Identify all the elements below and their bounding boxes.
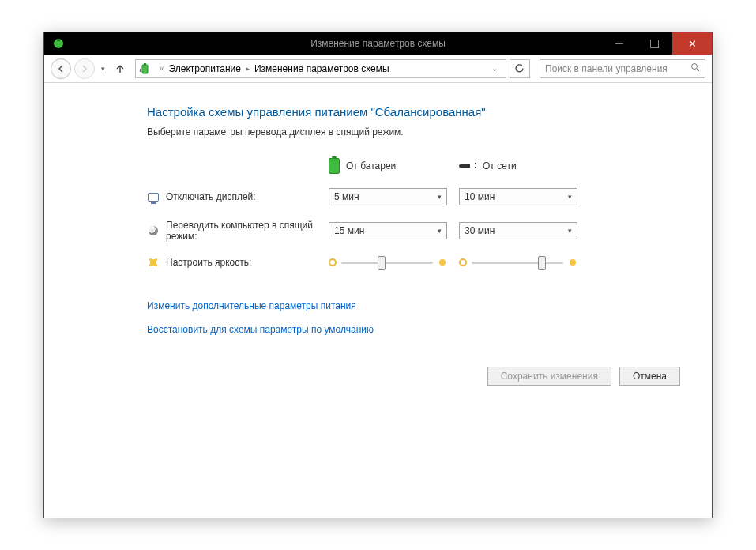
display-off-battery-dropdown[interactable]: 5 мин▾ (329, 188, 447, 205)
display-off-battery-value: 5 мин (334, 191, 359, 202)
address-bar[interactable]: « Электропитание ▸ Изменение параметров … (135, 59, 506, 78)
slider-thumb[interactable] (538, 256, 546, 270)
column-header-plugged: От сети (459, 158, 589, 174)
nav-forward-button[interactable] (74, 58, 95, 79)
display-off-plugged-dropdown[interactable]: 10 мин▾ (459, 188, 577, 205)
svg-rect-1 (57, 39, 60, 41)
dim-icon (459, 258, 467, 266)
svg-point-4 (692, 64, 698, 70)
refresh-button[interactable] (510, 59, 530, 78)
brightness-label: Настроить яркость: (166, 257, 251, 268)
app-icon (51, 36, 66, 51)
sleep-battery-dropdown[interactable]: 15 мин▾ (329, 222, 447, 239)
power-icon (139, 62, 152, 75)
bright-icon (438, 258, 447, 267)
brightness-battery-slider[interactable] (341, 262, 433, 264)
breadcrumb-chevron-icon[interactable]: ▸ (241, 64, 254, 73)
battery-icon (329, 158, 340, 174)
nav-back-button[interactable] (51, 58, 71, 79)
dim-icon (329, 258, 337, 266)
column-header-battery: От батареи (329, 158, 459, 174)
column-plugged-label: От сети (483, 160, 517, 171)
titlebar: Изменение параметров схемы ✕ (44, 32, 712, 55)
breadcrumb-item[interactable]: Изменение параметров схемы (254, 63, 389, 74)
navbar: ▾ « Электропитание ▸ Изменение параметро… (44, 55, 712, 83)
plug-icon (459, 162, 476, 170)
content-pane: Настройка схемы управления питанием "Сба… (44, 83, 712, 518)
brightness-plugged-slider[interactable] (472, 262, 563, 264)
svg-rect-2 (142, 65, 148, 73)
search-icon (690, 62, 700, 74)
close-button[interactable]: ✕ (672, 32, 712, 55)
sleep-label: Переводить компьютер в спящий режим: (166, 220, 324, 242)
slider-thumb[interactable] (378, 256, 386, 270)
save-button[interactable]: Сохранить изменения (487, 367, 611, 386)
display-off-plugged-value: 10 мин (465, 191, 495, 202)
sleep-plugged-dropdown[interactable]: 30 мин▾ (459, 222, 577, 239)
row-sleep: Переводить компьютер в спящий режим: 15 … (147, 220, 680, 242)
nav-history-dropdown[interactable]: ▾ (98, 65, 108, 73)
nav-up-button[interactable] (111, 60, 129, 77)
cancel-button[interactable]: Отмена (619, 367, 680, 386)
sleep-plugged-value: 30 мин (465, 225, 495, 236)
address-dropdown[interactable]: ⌄ (487, 64, 502, 73)
restore-defaults-link[interactable]: Восстановить для схемы параметры по умол… (147, 324, 680, 335)
maximize-button[interactable] (637, 32, 672, 55)
sleep-battery-value: 15 мин (334, 225, 364, 236)
row-turn-off-display: Отключать дисплей: 5 мин▾ 10 мин▾ (147, 188, 680, 205)
monitor-icon (147, 190, 160, 203)
search-input[interactable]: Поиск в панели управления (540, 59, 705, 78)
page-subtext: Выберите параметры перевода дисплея в сп… (147, 126, 680, 138)
breadcrumb-sep: « (155, 64, 169, 73)
column-battery-label: От батареи (346, 160, 396, 171)
display-off-label: Отключать дисплей: (166, 191, 256, 202)
svg-line-5 (697, 69, 699, 71)
minimize-button[interactable] (601, 32, 637, 55)
svg-rect-3 (144, 63, 146, 65)
window: Изменение параметров схемы ✕ ▾ « Электро… (43, 32, 713, 518)
bright-icon (568, 258, 577, 267)
breadcrumb-item[interactable]: Электропитание (169, 63, 241, 74)
moon-icon (147, 224, 160, 237)
search-placeholder: Поиск в панели управления (545, 63, 668, 74)
sun-icon (147, 256, 160, 269)
page-heading: Настройка схемы управления питанием "Сба… (147, 105, 680, 119)
row-brightness: Настроить яркость: (147, 256, 680, 269)
advanced-settings-link[interactable]: Изменить дополнительные параметры питани… (147, 300, 680, 311)
